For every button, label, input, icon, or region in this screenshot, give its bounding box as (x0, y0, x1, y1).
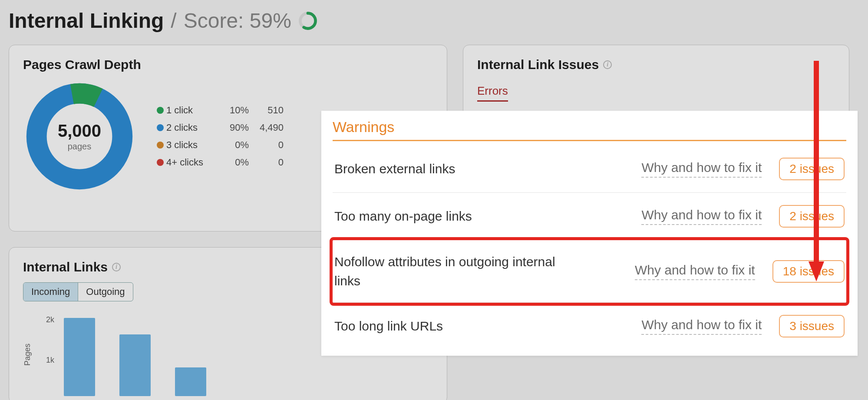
issue-label: Broken external links (334, 159, 560, 179)
legend-row: 3 clicks 0% 0 (157, 136, 284, 154)
warnings-title: Warnings (333, 119, 846, 141)
fix-link[interactable]: Why and how to fix it (641, 208, 762, 225)
bar (64, 318, 95, 397)
fix-link[interactable]: Why and how to fix it (641, 317, 762, 335)
bar (175, 367, 206, 397)
issue-label: Too long link URLs (334, 317, 560, 336)
crawl-depth-donut: 5,000 pages (23, 80, 136, 193)
crawl-depth-title: Pages Crawl Depth (23, 57, 433, 72)
score-label: Score: 59% (184, 9, 291, 33)
tab-outgoing[interactable]: Outgoing (78, 283, 132, 301)
legend-dot-icon (157, 159, 164, 166)
legend-label: 3 clicks (166, 139, 214, 151)
legend-count: 0 (249, 157, 284, 168)
legend-dot-icon (157, 142, 164, 149)
legend-pct: 0% (214, 139, 249, 151)
legend-dot-icon (157, 124, 164, 131)
legend-row: 4+ clicks 0% 0 (157, 154, 284, 171)
bar-chart (64, 314, 206, 396)
issue-label: Nofollow attributes in outgoing internal… (334, 252, 560, 290)
info-icon[interactable]: i (603, 60, 612, 69)
donut-center-value: 5,000 (58, 121, 101, 141)
bar-yaxis-ticks: 2k 1k (46, 314, 54, 396)
issue-row-broken-external[interactable]: Broken external links Why and how to fix… (333, 145, 846, 193)
legend-count: 510 (249, 105, 284, 116)
warnings-popover: Warnings Broken external links Why and h… (321, 111, 858, 356)
issue-row-nofollow-outgoing[interactable]: Nofollow attributes in outgoing internal… (333, 240, 846, 303)
fix-link[interactable]: Why and how to fix it (641, 160, 762, 178)
score-ring-icon (298, 11, 317, 30)
legend-count: 4,490 (249, 122, 284, 133)
internal-link-issues-title: Internal Link Issues i (477, 57, 835, 72)
page-title-main: Internal Linking (9, 9, 164, 33)
legend-label: 1 click (166, 105, 214, 116)
page-title: Internal Linking / Score: 59% (9, 9, 859, 33)
issue-count-badge[interactable]: 18 issues (772, 260, 845, 283)
fix-link[interactable]: Why and how to fix it (635, 263, 755, 280)
crawl-depth-legend: 1 click 10% 510 2 clicks 90% 4,490 (157, 102, 284, 171)
issue-row-long-urls[interactable]: Too long link URLs Why and how to fix it… (333, 303, 846, 350)
errors-tab[interactable]: Errors (477, 84, 508, 102)
info-icon[interactable]: i (112, 263, 121, 271)
legend-label: 4+ clicks (166, 157, 214, 168)
internal-links-tabs: Incoming Outgoing (23, 282, 133, 301)
legend-row: 2 clicks 90% 4,490 (157, 119, 284, 136)
page-title-sep: / (171, 9, 176, 33)
legend-count: 0 (249, 139, 284, 151)
issue-row-too-many-links[interactable]: Too many on-page links Why and how to fi… (333, 193, 846, 240)
donut-center-label: pages (68, 142, 92, 152)
legend-label: 2 clicks (166, 122, 214, 133)
tab-incoming[interactable]: Incoming (23, 283, 78, 301)
legend-dot-icon (157, 107, 164, 114)
issue-count-badge[interactable]: 2 issues (779, 205, 845, 228)
bar (119, 334, 151, 397)
legend-pct: 10% (214, 105, 249, 116)
legend-row: 1 click 10% 510 (157, 102, 284, 119)
bar-yaxis-label: Pages (23, 344, 32, 366)
legend-pct: 90% (214, 122, 249, 133)
legend-pct: 0% (214, 157, 249, 168)
issue-count-badge[interactable]: 2 issues (779, 158, 845, 180)
issue-label: Too many on-page links (334, 207, 560, 226)
issue-count-badge[interactable]: 3 issues (779, 315, 845, 337)
